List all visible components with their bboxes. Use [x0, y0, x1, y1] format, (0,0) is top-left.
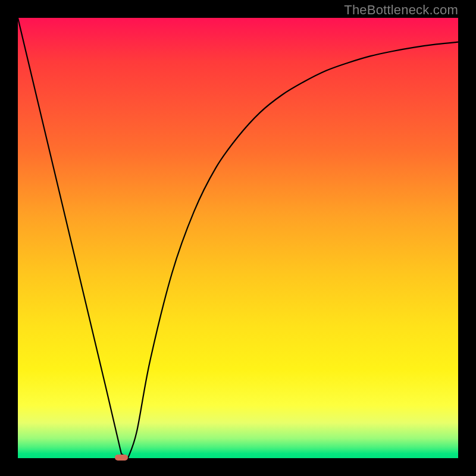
- bottleneck-curve: [18, 18, 458, 458]
- minimum-marker: [115, 455, 128, 461]
- watermark-text: TheBottleneck.com: [344, 2, 458, 18]
- chart-frame: TheBottleneck.com: [0, 0, 476, 476]
- plot-area: [18, 18, 458, 458]
